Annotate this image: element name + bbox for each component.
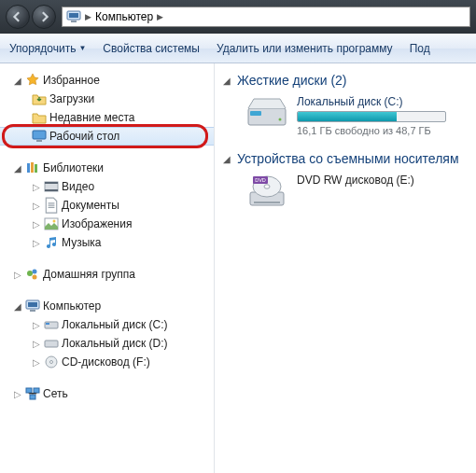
favorites-header[interactable]: ◢ Избранное bbox=[0, 71, 214, 90]
svg-rect-6 bbox=[31, 162, 34, 173]
libraries-header[interactable]: ◢ Библиотеки bbox=[0, 159, 214, 177]
chevron-right-icon: ▶ bbox=[157, 12, 163, 21]
sidebar-item-pictures[interactable]: ▷ Изображения bbox=[0, 215, 214, 233]
item-label: Загрузки bbox=[49, 92, 94, 105]
favorites-group: ◢ Избранное Загрузки Недавние места Рабо… bbox=[0, 71, 214, 146]
folder-icon bbox=[32, 110, 47, 125]
properties-label: Свойства системы bbox=[103, 42, 200, 55]
svg-rect-5 bbox=[27, 163, 30, 173]
item-label: Локальный диск (D:) bbox=[62, 337, 168, 350]
desktop-icon bbox=[32, 129, 47, 144]
expand-icon[interactable]: ▷ bbox=[32, 320, 41, 330]
drive-name: Локальный диск (C:) bbox=[297, 95, 446, 108]
expand-icon[interactable]: ▷ bbox=[32, 201, 41, 211]
svg-rect-27 bbox=[248, 108, 286, 125]
system-properties-button[interactable]: Свойства системы bbox=[103, 42, 200, 55]
navigation-pane: ◢ Избранное Загрузки Недавние места Рабо… bbox=[0, 63, 215, 473]
item-label: Локальный диск (C:) bbox=[62, 318, 168, 331]
svg-point-29 bbox=[279, 118, 282, 121]
svg-rect-9 bbox=[45, 182, 58, 184]
svg-rect-31 bbox=[254, 202, 280, 203]
svg-rect-21 bbox=[45, 341, 58, 347]
removable-header-label: Устройства со съемными носителям bbox=[237, 151, 459, 166]
homegroup-label: Домашняя группа bbox=[43, 268, 135, 281]
computer-label: Компьютер bbox=[43, 299, 101, 313]
hdd-header-label: Жесткие диски (2) bbox=[237, 73, 347, 88]
chevron-down-icon: ▼ bbox=[78, 44, 86, 52]
connect-label: Под bbox=[410, 42, 430, 55]
expand-icon[interactable]: ▷ bbox=[32, 339, 41, 349]
libraries-icon bbox=[25, 160, 40, 175]
computer-header[interactable]: ◢ Компьютер bbox=[0, 297, 214, 315]
svg-rect-28 bbox=[250, 111, 261, 116]
collapse-icon[interactable]: ◢ bbox=[222, 154, 231, 164]
breadcrumb-root[interactable]: Компьютер bbox=[95, 10, 153, 23]
hard-drive-icon bbox=[246, 95, 287, 131]
svg-rect-20 bbox=[46, 323, 49, 325]
sidebar-item-drive-f[interactable]: ▷ CD-дисковод (F:) bbox=[0, 353, 214, 371]
organize-menu[interactable]: Упорядочить ▼ bbox=[9, 42, 86, 55]
sidebar-item-videos[interactable]: ▷ Видео bbox=[0, 177, 214, 196]
drive-c-item[interactable]: Локальный диск (C:) 16,1 ГБ свободно из … bbox=[246, 95, 469, 136]
svg-rect-18 bbox=[30, 310, 35, 312]
forward-button[interactable] bbox=[32, 5, 56, 29]
homegroup-header[interactable]: ▷ Домашняя группа bbox=[0, 265, 214, 284]
collapse-icon[interactable]: ◢ bbox=[13, 301, 22, 312]
hard-drives-header[interactable]: ◢ Жесткие диски (2) bbox=[222, 73, 469, 88]
video-icon bbox=[44, 179, 59, 194]
expand-icon[interactable]: ▷ bbox=[32, 182, 41, 192]
sidebar-item-desktop[interactable]: Рабочий стол bbox=[0, 127, 214, 146]
address-bar[interactable]: ▶ Компьютер ▶ bbox=[62, 7, 470, 27]
picture-icon bbox=[44, 216, 59, 231]
sidebar-item-documents[interactable]: ▷ Документы bbox=[0, 196, 214, 215]
uninstall-program-button[interactable]: Удалить или изменить программу bbox=[217, 42, 393, 55]
svg-rect-3 bbox=[33, 131, 46, 139]
homegroup-group: ▷ Домашняя группа bbox=[0, 265, 214, 284]
svg-rect-17 bbox=[28, 302, 37, 307]
drive-info: DVD RW дисковод (E:) bbox=[297, 174, 414, 209]
nav-buttons bbox=[6, 5, 56, 29]
sidebar-item-drive-c[interactable]: ▷ Локальный диск (C:) bbox=[0, 315, 214, 334]
expand-icon[interactable]: ▷ bbox=[13, 389, 22, 399]
collapse-icon[interactable]: ◢ bbox=[13, 76, 22, 86]
dvd-badge: DVD bbox=[255, 177, 266, 183]
uninstall-label: Удалить или изменить программу bbox=[217, 42, 393, 55]
document-icon bbox=[44, 198, 59, 213]
network-icon bbox=[25, 386, 40, 401]
drive-icon bbox=[44, 336, 59, 351]
item-label: CD-дисковод (F:) bbox=[62, 355, 150, 369]
svg-point-13 bbox=[27, 271, 33, 276]
capacity-text: 16,1 ГБ свободно из 48,7 ГБ bbox=[297, 125, 446, 136]
connect-button[interactable]: Под bbox=[410, 42, 430, 55]
svg-rect-4 bbox=[36, 140, 42, 142]
expand-icon[interactable]: ▷ bbox=[32, 219, 41, 230]
expand-icon[interactable]: ▷ bbox=[32, 357, 41, 368]
libraries-group: ◢ Библиотеки ▷ Видео ▷ Документы ▷ Изобр… bbox=[0, 159, 214, 252]
star-icon bbox=[25, 73, 40, 88]
svg-point-33 bbox=[264, 185, 270, 188]
svg-rect-2 bbox=[71, 21, 77, 22]
capacity-fill bbox=[298, 112, 397, 121]
back-button[interactable] bbox=[6, 5, 30, 29]
collapse-icon[interactable]: ◢ bbox=[13, 163, 22, 174]
expand-icon[interactable]: ▷ bbox=[32, 238, 41, 248]
svg-rect-24 bbox=[26, 388, 32, 393]
sidebar-item-drive-d[interactable]: ▷ Локальный диск (D:) bbox=[0, 334, 214, 353]
drive-dvd-item[interactable]: DVD DVD RW дисковод (E:) bbox=[246, 174, 469, 209]
item-label: Рабочий стол bbox=[49, 130, 119, 143]
toolbar: Упорядочить ▼ Свойства системы Удалить и… bbox=[0, 34, 476, 63]
svg-rect-1 bbox=[69, 13, 78, 18]
expand-icon[interactable]: ▷ bbox=[13, 270, 22, 280]
computer-icon bbox=[25, 299, 40, 313]
window-titlebar: ▶ Компьютер ▶ bbox=[0, 0, 476, 34]
sidebar-item-music[interactable]: ▷ Музыка bbox=[0, 233, 214, 252]
sidebar-item-recent[interactable]: Недавние места bbox=[0, 108, 214, 127]
collapse-icon[interactable]: ◢ bbox=[222, 76, 231, 86]
network-header[interactable]: ▷ Сеть bbox=[0, 384, 214, 403]
sidebar-item-downloads[interactable]: Загрузки bbox=[0, 90, 214, 108]
disc-icon bbox=[44, 355, 59, 369]
svg-rect-26 bbox=[30, 395, 35, 399]
music-icon bbox=[44, 235, 59, 250]
svg-point-23 bbox=[50, 361, 53, 364]
removable-header[interactable]: ◢ Устройства со съемными носителям bbox=[222, 151, 469, 166]
